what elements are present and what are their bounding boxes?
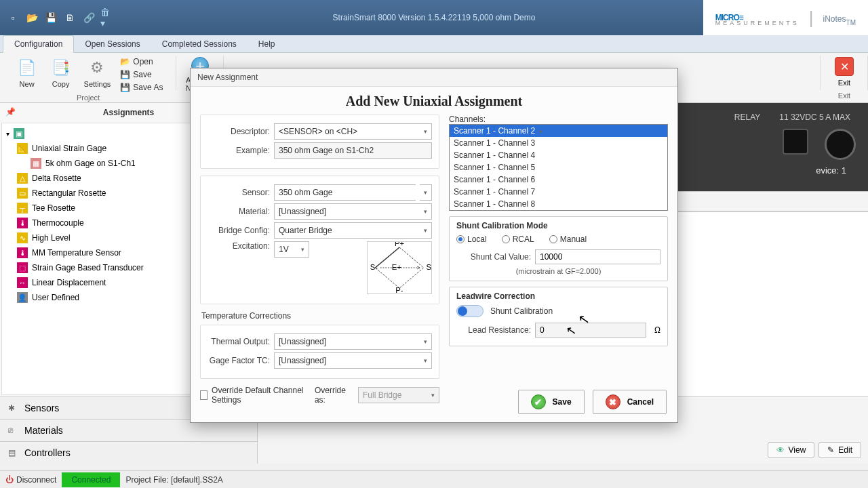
gage-factor-tc-label: Gage Factor TC: — [203, 356, 270, 365]
exit-button[interactable]: ✕ — [835, 57, 854, 76]
delete-icon[interactable]: 🗑 ▾ — [100, 10, 115, 25]
pin-icon[interactable]: 📌 — [5, 107, 16, 117]
svg-text:S-: S- — [370, 263, 378, 271]
sensor-label: Sensor: — [208, 188, 270, 197]
copy-button[interactable]: 📑Copy — [45, 54, 77, 91]
example-field: 350 ohm Gage on S1-Ch2 — [274, 142, 432, 159]
brand-notes[interactable]: iNotesTM — [823, 8, 856, 26]
view-button[interactable]: 👁View — [768, 442, 815, 458]
channel-item[interactable]: Scanner 1 - Channel 3 — [450, 137, 667, 149]
saveas-icon[interactable]: 🗎 — [62, 10, 77, 25]
save-icon[interactable]: 💾 — [43, 10, 58, 25]
channel-item[interactable]: Scanner 1 - Channel 2 — [450, 125, 667, 137]
shunt-cal-title: Shunt Calibration Mode — [456, 221, 660, 230]
excitation-label: Excitation: — [208, 241, 270, 251]
leadwire-toggle[interactable] — [456, 305, 484, 317]
shunt-rcal-radio[interactable]: RCAL — [502, 235, 534, 244]
bridge-config-label: Bridge Config: — [208, 226, 270, 235]
material-label: Material: — [208, 207, 270, 216]
material-select[interactable]: [Unassigned] — [274, 203, 432, 220]
settings-button[interactable]: ⚙Settings — [79, 54, 117, 91]
new-icon[interactable]: ▫ — [5, 10, 20, 25]
save-button[interactable]: 💾Save — [117, 68, 165, 81]
descriptor-select[interactable]: <SENSOR> on <CH> — [274, 123, 432, 140]
dialog-title: New Assignment — [191, 68, 677, 87]
override-as-label: Override as: — [315, 386, 349, 405]
new-button[interactable]: 📄New — [11, 54, 43, 91]
exit-label: Exit — [838, 79, 850, 87]
leadwire-toggle-label: Shunt Calibration — [490, 306, 553, 316]
tab-strip: Configuration Open Sessions Completed Se… — [0, 35, 868, 53]
descriptor-label: Descriptor: — [208, 127, 270, 136]
shunt-manual-radio[interactable]: Manual — [549, 235, 587, 244]
lead-resistance-input[interactable] — [535, 323, 646, 338]
title-bar: ▫ 📂 💾 🗎 🔗 🗑 ▾ StrainSmart 8000 Version 1… — [0, 0, 868, 35]
open-button[interactable]: 📂Open — [117, 56, 165, 68]
connection-status: Connected — [62, 472, 120, 487]
shunt-note: (microstrain at GF=2.000) — [456, 267, 660, 275]
open-icon[interactable]: 📂 — [24, 10, 39, 25]
channels-label: Channels: — [449, 115, 668, 124]
disconnect-button[interactable]: ⏻Disconnect — [5, 475, 56, 485]
group-exit-label: Exit — [838, 92, 850, 101]
channel-item[interactable]: Scanner 1 - Channel 6 — [450, 174, 667, 186]
channel-item[interactable]: Scanner 1 - Channel 7 — [450, 186, 667, 198]
relay-label: RELAY — [734, 113, 760, 122]
svg-text:S+: S+ — [426, 263, 431, 271]
tab-configuration[interactable]: Configuration — [3, 35, 74, 53]
sensor-input[interactable]: 350 ohm Gage — [274, 184, 416, 201]
svg-text:E+: E+ — [392, 263, 402, 271]
thermal-output-select[interactable]: [Unassigned] — [274, 333, 432, 350]
thermal-output-label: Thermal Output: — [203, 337, 270, 346]
channels-listbox[interactable]: Scanner 1 - Channel 2Scanner 1 - Channel… — [449, 124, 668, 211]
channel-item[interactable]: Scanner 1 - Channel 8 — [450, 198, 667, 210]
sensor-dropdown-icon[interactable]: ▾ — [420, 184, 432, 201]
shunt-val-input[interactable] — [535, 249, 660, 264]
dialog-heading: Add New Uniaxial Assignment — [191, 87, 677, 112]
accordion-controllers[interactable]: ▤Controllers — [0, 441, 257, 464]
status-bar: ⏻Disconnect Connected Project File: [def… — [0, 470, 868, 488]
example-label: Example: — [208, 146, 270, 155]
bridge-config-select[interactable]: Quarter Bridge — [274, 222, 432, 239]
brand-block: MICRO≡ MEASUREMENTS | iNotesTM — [703, 0, 868, 35]
shunt-val-label: Shunt Cal Value: — [456, 252, 531, 262]
device-label: evice: 1 — [816, 165, 846, 176]
quick-access-toolbar: ▫ 📂 💾 🗎 🔗 🗑 ▾ — [5, 10, 115, 25]
edit-button[interactable]: ✎Edit — [818, 442, 861, 458]
excitation-select[interactable]: 1V — [274, 241, 309, 258]
connector-square-icon — [783, 129, 808, 155]
svg-text:P+: P+ — [395, 242, 405, 247]
leadwire-title: Leadwire Correction — [456, 291, 660, 301]
lead-resistance-label: Lead Resistance: — [456, 325, 531, 335]
temp-corrections-title: Temperature Corrections — [201, 311, 439, 321]
brand-logo: MICRO≡ MEASUREMENTS — [715, 9, 800, 26]
save-button[interactable]: ✔Save — [518, 390, 585, 414]
gage-factor-tc-select[interactable]: [Unassigned] — [274, 352, 432, 369]
saveas-button[interactable]: 💾Save As — [117, 81, 165, 94]
tab-help[interactable]: Help — [248, 36, 286, 52]
bridge-diagram-icon: P+ S+ P- S- E+ — [367, 241, 432, 294]
link-icon[interactable]: 🔗 — [81, 10, 96, 25]
group-project-label: Project — [77, 94, 100, 103]
relay-spec: 11 32VDC 5 A MAX — [779, 113, 850, 122]
svg-text:P-: P- — [395, 286, 403, 293]
shunt-local-radio[interactable]: Local — [456, 235, 487, 244]
ohm-label: Ω — [654, 325, 660, 335]
channel-item[interactable]: Scanner 1 - Channel 5 — [450, 161, 667, 174]
project-file-label: Project File: [default].SS2A — [125, 475, 222, 485]
override-as-select: Full Bridge — [358, 387, 439, 403]
channel-item[interactable]: Scanner 1 - Channel 4 — [450, 149, 667, 161]
override-checkbox[interactable]: Override Default Channel Settings — [200, 386, 305, 405]
tab-completed-sessions[interactable]: Completed Sessions — [151, 36, 248, 52]
cancel-button[interactable]: ✖Cancel — [593, 390, 667, 414]
tab-open-sessions[interactable]: Open Sessions — [74, 36, 151, 52]
connector-round-icon — [825, 129, 856, 160]
new-assignment-dialog: New Assignment Add New Uniaxial Assignme… — [190, 68, 678, 423]
